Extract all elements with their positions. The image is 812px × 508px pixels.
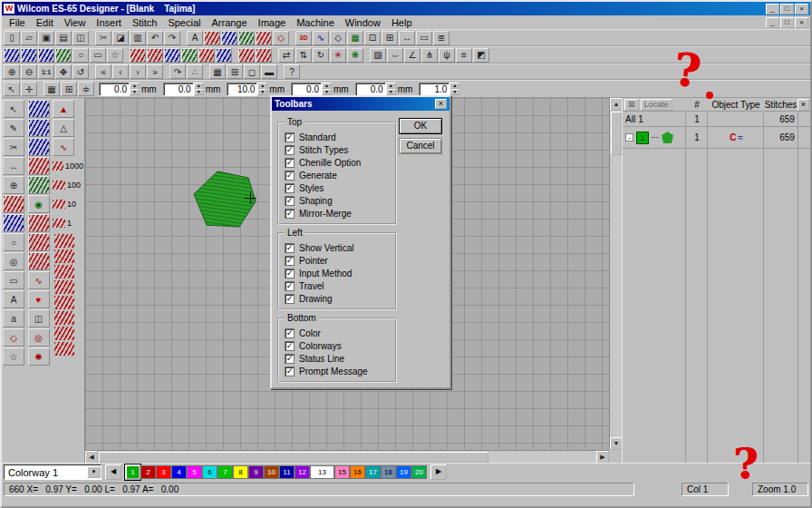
spin-up-icon[interactable]: ▲ — [450, 83, 459, 89]
kaleidoscope-icon[interactable]: ✳ — [330, 48, 346, 63]
menu-machine[interactable]: Machine — [291, 17, 340, 28]
sequence-icon[interactable]: ≡ — [456, 48, 472, 63]
copy-icon[interactable]: ◪ — [112, 31, 129, 45]
checkbox-styles[interactable]: ✓ — [285, 183, 295, 193]
param-field-6[interactable] — [419, 83, 450, 96]
palette-color-11[interactable]: 11 — [279, 465, 295, 479]
expander-icon[interactable]: - — [625, 133, 633, 142]
column-a-icon[interactable] — [28, 119, 50, 137]
palette-color-12[interactable]: 12 — [295, 465, 310, 479]
checkbox-row-chenille-option[interactable]: ✓Chenille Option — [285, 156, 390, 169]
palette-color-15[interactable]: 15 — [334, 465, 350, 479]
checkbox-mirror-merge[interactable]: ✓ — [285, 209, 295, 219]
applique-icon[interactable]: ◇ — [273, 31, 289, 45]
palette-color-13[interactable]: 13 — [310, 465, 334, 479]
jagged-edge-icon[interactable]: ▲ — [53, 100, 74, 118]
hoop-icon[interactable]: ▭ — [416, 31, 432, 45]
colorway-select[interactable]: Colorway 1 ▼ — [4, 464, 102, 480]
reshape-tool-icon[interactable]: ✎ — [3, 119, 24, 137]
column-c-icon[interactable] — [28, 157, 50, 175]
checkbox-row-mirror-merge[interactable]: ✓Mirror-Merge — [285, 207, 390, 220]
travel-forward-icon[interactable]: › — [130, 64, 146, 79]
checkbox-row-color[interactable]: ✓Color — [285, 327, 390, 339]
zoom-tool-icon[interactable]: ⊕ — [3, 176, 24, 194]
chenille-chain-icon[interactable] — [256, 48, 272, 63]
measure-tool-icon[interactable]: ↔ — [3, 157, 24, 175]
input-c-icon[interactable] — [38, 48, 54, 63]
menu-arrange[interactable]: Arrange — [206, 17, 252, 28]
param-field-5[interactable] — [355, 83, 386, 96]
star-tool-icon[interactable]: ☆ — [107, 48, 123, 63]
palette-color-4[interactable]: 4 — [171, 465, 187, 479]
spin-up-icon[interactable]: ▲ — [130, 83, 140, 89]
menu-file[interactable]: File — [4, 17, 31, 28]
spin-down-icon[interactable]: ▼ — [130, 89, 140, 95]
checkbox-row-drawing[interactable]: ✓Drawing — [285, 292, 390, 305]
travel-start-icon[interactable]: « — [95, 64, 111, 79]
program-split-icon[interactable] — [216, 48, 232, 63]
color-chip[interactable]: 1 — [636, 132, 649, 144]
palette-color-17[interactable]: 17 — [365, 465, 381, 479]
grid-snap-icon[interactable]: ⊞ — [61, 82, 77, 96]
snap-grid-icon[interactable]: ⊞ — [227, 64, 243, 79]
spin-down-icon[interactable]: ▼ — [386, 89, 396, 95]
mirror-v-icon[interactable]: ⇅ — [295, 48, 312, 63]
lettering-tool-icon[interactable]: A — [3, 290, 24, 308]
palette-color-8[interactable]: 8 — [233, 465, 248, 479]
monogram-tool-icon[interactable]: a — [3, 309, 24, 327]
spin-down-icon[interactable]: ▼ — [194, 89, 204, 95]
zoom-in-icon[interactable]: ⊕ — [4, 64, 20, 79]
ruler-icon[interactable]: ▬ — [261, 64, 277, 79]
menu-insert[interactable]: Insert — [91, 17, 127, 28]
palette-color-18[interactable]: 18 — [381, 465, 396, 479]
checkbox-shaping[interactable]: ✓ — [285, 196, 295, 206]
palette-color-7[interactable]: 7 — [218, 465, 233, 479]
menu-special[interactable]: Special — [162, 17, 206, 28]
checkbox-row-stitch-types[interactable]: ✓Stitch Types — [285, 143, 390, 156]
menu-edit[interactable]: Edit — [31, 17, 59, 28]
satin-stitch-icon[interactable] — [221, 31, 237, 45]
checkbox-row-shaping[interactable]: ✓Shaping — [285, 194, 390, 207]
pan-icon[interactable]: ✥ — [55, 64, 72, 79]
backstitch-icon[interactable] — [28, 233, 50, 251]
grid-show-icon[interactable]: ▦ — [44, 82, 60, 96]
checkbox-color[interactable]: ✓ — [285, 328, 295, 338]
column-b-icon[interactable] — [28, 138, 50, 156]
color-film-icon[interactable]: ▦ — [347, 31, 363, 45]
paste-icon[interactable]: ▥ — [130, 31, 146, 45]
spin-up-icon[interactable]: ▲ — [386, 83, 396, 89]
minimize-icon[interactable]: _ — [766, 4, 779, 15]
stitch-style-6-icon[interactable] — [54, 311, 74, 325]
checkbox-colorways[interactable]: ✓ — [285, 341, 295, 351]
stitch-step-100[interactable]: 100 — [53, 176, 83, 194]
menu-help[interactable]: Help — [386, 17, 418, 28]
stitch-step-1[interactable]: 1 — [53, 214, 83, 232]
contour-fill-icon[interactable] — [28, 176, 50, 194]
redraw-icon[interactable]: ↺ — [72, 64, 89, 79]
stitch-style-4-icon[interactable] — [54, 280, 74, 294]
satin-tool-icon[interactable] — [164, 48, 180, 63]
run-stitch-icon[interactable] — [204, 31, 220, 45]
circle-tool-icon[interactable]: ○ — [72, 48, 89, 63]
pull-comp-icon[interactable]: ⇔ — [387, 48, 403, 63]
scroll-down-icon[interactable]: ▼ — [610, 437, 622, 450]
measure-icon[interactable]: ↔ — [399, 31, 415, 45]
open-icon[interactable]: ▱ — [21, 31, 37, 45]
checkbox-row-input-method[interactable]: ✓Input Method — [285, 267, 390, 279]
select-objects-icon[interactable]: ⊠ — [624, 99, 639, 111]
locate-button[interactable]: Locate — [641, 99, 672, 111]
ok-button[interactable]: OK — [399, 118, 442, 134]
pointer-icon[interactable]: ↖ — [4, 82, 20, 96]
checkbox-stitch-types[interactable]: ✓ — [285, 145, 295, 155]
zoom-box-icon[interactable]: ⊞ — [382, 31, 398, 45]
menu-view[interactable]: View — [59, 17, 92, 28]
run-digitize-icon[interactable] — [3, 195, 24, 213]
menu-image[interactable]: Image — [253, 17, 292, 28]
palette-color-1[interactable]: 1 — [125, 464, 140, 480]
show-hoop-icon[interactable]: ◻ — [244, 64, 260, 79]
vertical-scroll-thumb[interactable] — [611, 112, 622, 155]
color-change-icon[interactable]: ◩ — [473, 48, 489, 63]
options-icon[interactable]: ≣ — [433, 31, 450, 45]
heart-tool-icon[interactable]: ♥ — [28, 290, 50, 308]
fill-digitize-icon[interactable] — [3, 214, 24, 232]
